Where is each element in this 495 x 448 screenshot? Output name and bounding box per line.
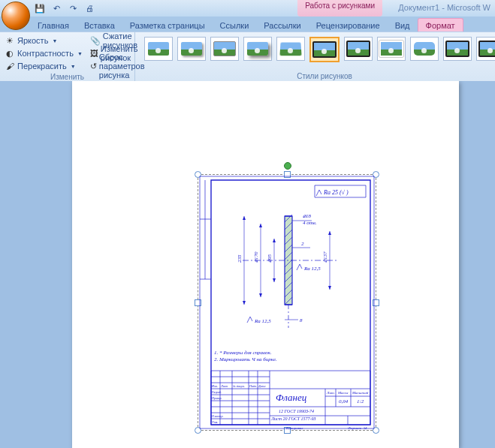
tab-mailings[interactable]: Рассылки xyxy=(256,19,308,32)
style-thumb-4[interactable] xyxy=(243,37,272,61)
svg-text:2: 2 xyxy=(301,241,304,247)
engineering-drawing: Ra 25 (√ ) xyxy=(198,174,376,431)
group-picture-styles: Стили рисунков xyxy=(135,32,495,82)
style-thumb-8[interactable] xyxy=(377,37,406,61)
svg-text:Дата: Дата xyxy=(258,384,265,388)
group-adjust: ☀Яркость▼ ◐Контрастность▼ 🖌Перекрасить▼ … xyxy=(0,32,135,82)
svg-text:Утв.: Утв. xyxy=(212,420,218,424)
svg-text:Формат: Формат xyxy=(348,426,361,430)
svg-text:8: 8 xyxy=(300,317,303,323)
tab-insert[interactable]: Вставка xyxy=(77,19,122,32)
contextual-tab-label: Работа с рисунками xyxy=(297,0,382,17)
style-thumb-5[interactable] xyxy=(276,37,305,61)
svg-text:235: 235 xyxy=(237,254,243,263)
save-icon[interactable]: 💾 xyxy=(33,2,47,15)
svg-text:⌀137: ⌀137 xyxy=(322,251,328,263)
svg-text:1:2: 1:2 xyxy=(357,398,364,404)
svg-text:⌀170: ⌀170 xyxy=(253,251,259,263)
svg-text:А4: А4 xyxy=(362,426,367,430)
tab-review[interactable]: Рецензирование xyxy=(309,19,388,32)
svg-text:Подп.: Подп. xyxy=(249,384,257,388)
style-thumb-7[interactable] xyxy=(344,37,373,61)
print-icon[interactable]: 🖨 xyxy=(83,2,96,15)
redo-icon[interactable]: ↷ xyxy=(66,2,80,15)
svg-text:⌀95: ⌀95 xyxy=(267,254,273,263)
compress-icon: 📎 xyxy=(90,35,101,46)
tab-format[interactable]: Формат xyxy=(418,18,463,32)
undo-icon[interactable]: ↶ xyxy=(50,2,63,15)
svg-text:№ докум.: № докум. xyxy=(232,384,245,388)
quick-access-toolbar: 💾 ↶ ↷ 🖨 xyxy=(33,2,96,15)
style-thumb-6-selected[interactable] xyxy=(309,37,340,62)
titlebar: 💾 ↶ ↷ 🖨 Работа с рисунками Документ1 - M… xyxy=(0,0,495,17)
svg-text:12 ГОСТ 19903-74: 12 ГОСТ 19903-74 xyxy=(279,409,314,413)
style-thumb-10[interactable] xyxy=(443,37,472,61)
svg-text:Ra 25 (√ ): Ra 25 (√ ) xyxy=(323,189,349,196)
ribbon: ☀Яркость▼ ◐Контрастность▼ 🖌Перекрасить▼ … xyxy=(0,32,495,83)
tab-view[interactable]: Вид xyxy=(388,19,418,32)
change-picture-icon: 🖼 xyxy=(90,48,98,59)
office-button[interactable] xyxy=(2,2,30,30)
svg-text:Провер.: Провер. xyxy=(211,396,222,400)
svg-text:⌀18: ⌀18 xyxy=(303,213,312,219)
svg-text:0,94: 0,94 xyxy=(339,398,349,404)
svg-text:1. * Размеры для справок.: 1. * Размеры для справок. xyxy=(214,350,272,356)
recolor-icon: 🖌 xyxy=(5,61,15,71)
svg-text:Разраб.: Разраб. xyxy=(211,390,222,394)
svg-text:Лист: Лист xyxy=(220,384,228,388)
contrast-icon: ◐ xyxy=(5,48,15,59)
reset-icon: ↺ xyxy=(90,61,97,71)
tab-home[interactable]: Главная xyxy=(30,19,77,32)
style-thumb-11[interactable] xyxy=(476,37,495,61)
style-thumb-2[interactable] xyxy=(177,37,206,61)
document-title: Документ1 - Microsoft W xyxy=(398,3,490,12)
recolor-button[interactable]: 🖌Перекрасить▼ xyxy=(5,60,83,72)
selected-picture[interactable]: Ra 25 (√ ) xyxy=(198,174,376,431)
svg-text:Ra 12,5: Ra 12,5 xyxy=(254,318,271,324)
style-thumb-1[interactable] xyxy=(144,37,173,61)
svg-text:Лит.: Лит. xyxy=(326,391,335,395)
svg-text:Изм.: Изм. xyxy=(211,384,218,388)
contrast-button[interactable]: ◐Контрастность▼ xyxy=(5,47,83,59)
rotate-handle[interactable] xyxy=(284,162,291,170)
svg-text:Лист 20 ГОСТ 1577-93: Лист 20 ГОСТ 1577-93 xyxy=(270,416,316,421)
svg-text:Н.контр.: Н.контр. xyxy=(211,414,223,418)
svg-text:4 отв.: 4 отв. xyxy=(303,220,317,226)
style-thumb-3[interactable] xyxy=(210,37,239,61)
svg-text:Копировал: Копировал xyxy=(285,426,303,430)
svg-text:Ra 12,5: Ra 12,5 xyxy=(303,266,321,272)
page: Ra 25 (√ ) xyxy=(72,81,459,448)
svg-text:Масштаб: Масштаб xyxy=(352,391,369,395)
ribbon-tabs: Главная Вставка Разметка страницы Ссылки… xyxy=(30,17,495,32)
tab-page-layout[interactable]: Разметка страницы xyxy=(122,19,213,32)
svg-text:2. Маркировать Ч на бирке.: 2. Маркировать Ч на бирке. xyxy=(214,356,277,362)
word-window: 💾 ↶ ↷ 🖨 Работа с рисунками Документ1 - M… xyxy=(0,0,495,448)
svg-text:Масса: Масса xyxy=(337,391,349,395)
adjust-col-left: ☀Яркость▼ ◐Контрастность▼ 🖌Перекрасить▼ xyxy=(5,34,83,73)
brightness-button[interactable]: ☀Яркость▼ xyxy=(5,35,83,47)
brightness-icon: ☀ xyxy=(5,35,15,46)
svg-text:Фланец: Фланец xyxy=(276,392,307,403)
tab-links[interactable]: Ссылки xyxy=(213,19,257,32)
picture-style-gallery xyxy=(140,34,495,62)
style-thumb-9[interactable] xyxy=(410,37,439,61)
document-workspace[interactable]: Ra 25 (√ ) xyxy=(0,81,495,448)
